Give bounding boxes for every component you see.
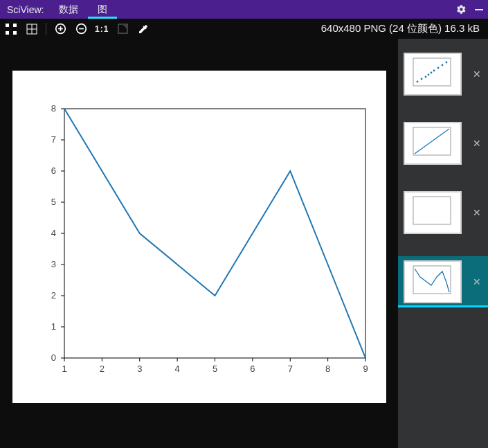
- minimize-icon: [474, 5, 484, 15]
- thumbnail-preview: [404, 191, 462, 234]
- thumbnail-item[interactable]: ✕: [398, 118, 488, 169]
- actual-size-button[interactable]: 1:1: [95, 24, 109, 34]
- svg-text:8: 8: [51, 103, 55, 114]
- svg-text:1: 1: [62, 364, 66, 374]
- image-status: 640x480 PNG (24 位颜色) 16.3 kB: [321, 22, 484, 35]
- thumbnail-strip: ✕ ✕ ✕ ✕: [398, 39, 488, 448]
- svg-point-52: [417, 81, 419, 83]
- zoom-out-button[interactable]: [74, 22, 88, 36]
- body-area: 123456789012345678 ✕ ✕: [0, 39, 488, 448]
- svg-point-58: [437, 67, 440, 69]
- fit-screen-icon: [6, 24, 17, 35]
- svg-text:5: 5: [212, 364, 217, 374]
- tool-name: SciView:: [0, 4, 49, 15]
- svg-text:2: 2: [51, 290, 55, 301]
- svg-rect-3: [6, 31, 9, 35]
- svg-text:5: 5: [51, 197, 55, 207]
- svg-text:7: 7: [51, 134, 55, 145]
- svg-text:4: 4: [51, 228, 55, 238]
- svg-text:2: 2: [99, 364, 104, 374]
- svg-point-55: [428, 74, 430, 76]
- grid-button[interactable]: [25, 22, 39, 36]
- color-picker-button[interactable]: [136, 22, 150, 36]
- svg-rect-62: [413, 197, 451, 224]
- minimize-button[interactable]: [470, 5, 488, 15]
- svg-text:1: 1: [51, 321, 55, 332]
- gear-icon: [456, 4, 467, 15]
- svg-point-53: [421, 78, 423, 80]
- svg-rect-2: [13, 24, 17, 27]
- thumbnail-close-button[interactable]: ✕: [469, 138, 485, 149]
- titlebar: SciView: 数据 图: [0, 0, 488, 19]
- svg-rect-4: [13, 31, 17, 35]
- thumbnail-item[interactable]: ✕: [398, 187, 488, 238]
- svg-text:0: 0: [51, 352, 55, 363]
- tab-bar: 数据 图: [49, 0, 117, 19]
- svg-text:3: 3: [51, 259, 55, 269]
- plot-viewer[interactable]: 123456789012345678: [0, 39, 398, 448]
- svg-point-56: [431, 72, 433, 74]
- svg-point-54: [425, 76, 427, 78]
- thumbnail-preview: [404, 122, 462, 165]
- svg-point-57: [433, 70, 435, 72]
- plot-canvas: 123456789012345678: [12, 71, 386, 403]
- svg-text:6: 6: [51, 165, 55, 176]
- svg-point-59: [442, 64, 444, 66]
- svg-rect-1: [6, 24, 9, 27]
- tab-data[interactable]: 数据: [49, 0, 88, 19]
- thumbnail-item[interactable]: ✕: [398, 48, 488, 100]
- thumbnail-close-button[interactable]: ✕: [469, 276, 485, 287]
- svg-rect-51: [413, 58, 451, 86]
- svg-point-60: [446, 62, 448, 64]
- grid-icon: [26, 24, 37, 35]
- thumbnail-item[interactable]: ✕: [398, 256, 488, 307]
- expand-button[interactable]: [116, 22, 129, 36]
- zoom-in-icon: [55, 23, 66, 35]
- eyedropper-icon: [138, 24, 149, 35]
- thumbnail-preview: [404, 260, 462, 303]
- tab-plot[interactable]: 图: [88, 0, 117, 19]
- tab-label: 图: [98, 3, 107, 16]
- svg-text:6: 6: [250, 364, 255, 374]
- svg-rect-0: [475, 9, 483, 10]
- sciview-tool-window: SciView: 数据 图 1:1: [0, 0, 488, 448]
- zoom-in-button[interactable]: [53, 22, 67, 36]
- thumbnail-close-button[interactable]: ✕: [469, 69, 485, 80]
- svg-text:9: 9: [363, 364, 368, 374]
- thumbnail-close-button[interactable]: ✕: [469, 207, 485, 218]
- svg-rect-14: [64, 109, 365, 358]
- expand-icon: [118, 24, 128, 34]
- settings-button[interactable]: [452, 4, 470, 15]
- svg-text:7: 7: [287, 364, 292, 374]
- fit-screen-button[interactable]: [4, 22, 18, 36]
- image-toolbar: 1:1 640x480 PNG (24 位颜色) 16.3 kB: [0, 19, 488, 39]
- zoom-out-icon: [75, 23, 87, 35]
- svg-text:8: 8: [325, 364, 330, 374]
- thumbnail-preview: [404, 53, 462, 96]
- divider: [46, 23, 46, 35]
- tab-label: 数据: [59, 3, 78, 16]
- svg-text:4: 4: [174, 364, 179, 374]
- svg-text:3: 3: [137, 364, 142, 374]
